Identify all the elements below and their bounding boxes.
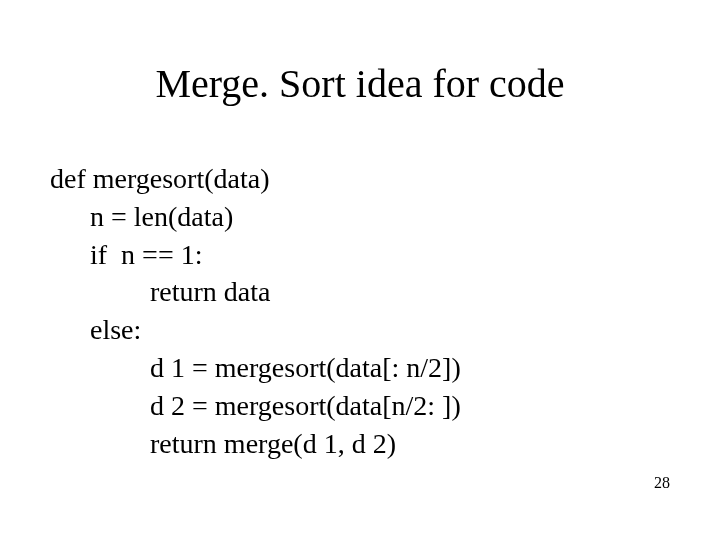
- slide-title: Merge. Sort idea for code: [0, 60, 720, 107]
- slide: Merge. Sort idea for code def mergesort(…: [0, 0, 720, 540]
- page-number: 28: [654, 474, 670, 492]
- code-block: def mergesort(data) n = len(data) if n =…: [50, 160, 670, 462]
- code-line: return merge(d 1, d 2): [50, 425, 670, 463]
- code-line: if n == 1:: [50, 236, 670, 274]
- code-line: d 1 = mergesort(data[: n/2]): [50, 349, 670, 387]
- code-line: n = len(data): [50, 198, 670, 236]
- code-line: else:: [50, 311, 670, 349]
- code-line: def mergesort(data): [50, 160, 670, 198]
- code-line: return data: [50, 273, 670, 311]
- code-line: d 2 = mergesort(data[n/2: ]): [50, 387, 670, 425]
